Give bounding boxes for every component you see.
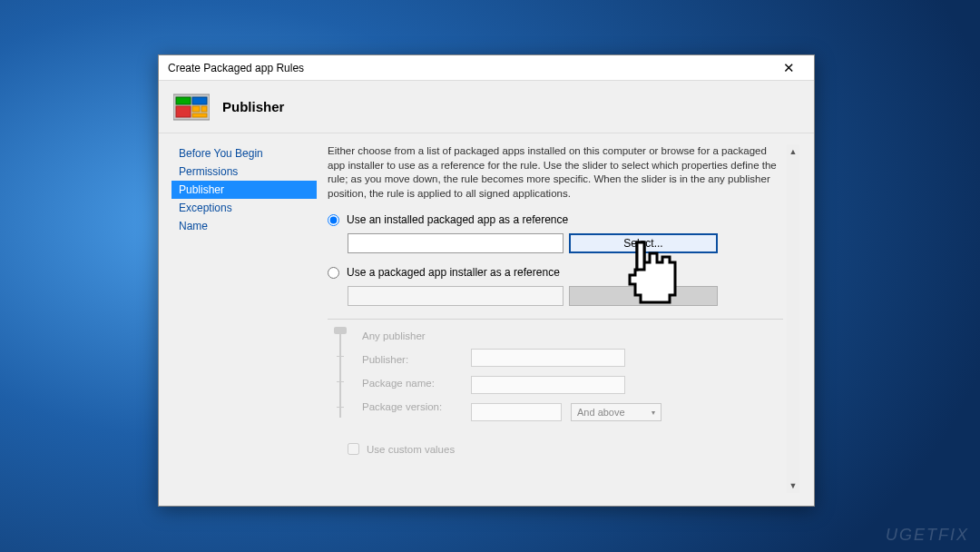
custom-values-checkbox <box>348 443 359 455</box>
sidebar-item-before-you-begin[interactable]: Before You Begin <box>172 144 317 163</box>
option-app-installer-label: Use a packaged app installer as a refere… <box>347 266 560 279</box>
wizard-icon <box>173 93 210 122</box>
publisher-field <box>471 349 625 367</box>
prop-package-name-label: Package name: <box>362 378 458 389</box>
page-title: Publisher <box>222 99 284 114</box>
vertical-scrollbar[interactable]: ▲ ▼ <box>787 144 799 493</box>
svg-rect-1 <box>176 97 191 104</box>
option-app-installer[interactable]: Use a packaged app installer as a refere… <box>328 266 783 279</box>
scroll-down-icon[interactable]: ▼ <box>787 478 799 493</box>
version-comparison-value: And above <box>577 407 625 418</box>
prop-publisher-label: Publisher: <box>362 354 458 365</box>
wizard-sidebar: Before You Begin Permissions Publisher E… <box>172 144 317 493</box>
version-comparison-select: And above ▾ <box>571 403 662 421</box>
custom-values-label: Use custom values <box>367 444 455 455</box>
option-installed-app[interactable]: Use an installed packaged app as a refer… <box>328 213 783 226</box>
divider <box>328 319 783 320</box>
installed-app-reference-input[interactable] <box>348 233 564 253</box>
package-name-field <box>471 376 625 394</box>
prop-any-publisher-label: Any publisher <box>362 330 458 341</box>
browse-button <box>569 286 718 306</box>
sidebar-item-name[interactable]: Name <box>172 217 317 235</box>
titlebar: Create Packaged app Rules ✕ <box>159 55 814 81</box>
radio-installed-app[interactable] <box>328 214 339 226</box>
svg-rect-2 <box>192 97 207 104</box>
window-title: Create Packaged app Rules <box>168 62 304 74</box>
svg-rect-6 <box>192 113 207 117</box>
select-button[interactable]: Select... <box>569 233 718 253</box>
properties-slider[interactable] <box>331 329 349 421</box>
radio-app-installer[interactable] <box>328 267 339 279</box>
properties-area: Any publisher Publisher: Package name: P… <box>328 329 783 421</box>
sidebar-item-exceptions[interactable]: Exceptions <box>172 199 317 217</box>
chevron-down-icon: ▾ <box>652 409 655 417</box>
dialog-window: Create Packaged app Rules ✕ Publisher Be… <box>158 54 815 507</box>
custom-values-row: Use custom values <box>348 443 783 455</box>
sidebar-item-permissions[interactable]: Permissions <box>172 163 317 181</box>
watermark: UGETFIX <box>886 526 969 545</box>
svg-rect-5 <box>201 106 207 112</box>
option-installed-app-label: Use an installed packaged app as a refer… <box>347 213 568 226</box>
content-pane: ▲ ▼ Either choose from a list of package… <box>328 144 801 493</box>
close-icon: ✕ <box>783 60 795 76</box>
svg-rect-3 <box>176 106 191 117</box>
wizard-header: Publisher <box>159 81 814 133</box>
dialog-body: Before You Begin Permissions Publisher E… <box>159 133 814 506</box>
description-text: Either choose from a list of packaged ap… <box>328 144 783 201</box>
close-button[interactable]: ✕ <box>770 55 807 80</box>
app-installer-reference-input <box>348 286 564 306</box>
sidebar-item-publisher[interactable]: Publisher <box>172 181 317 199</box>
svg-rect-4 <box>192 106 200 112</box>
scroll-up-icon[interactable]: ▲ <box>787 144 799 159</box>
prop-package-version-label: Package version: <box>362 401 458 412</box>
package-version-field <box>471 403 562 421</box>
